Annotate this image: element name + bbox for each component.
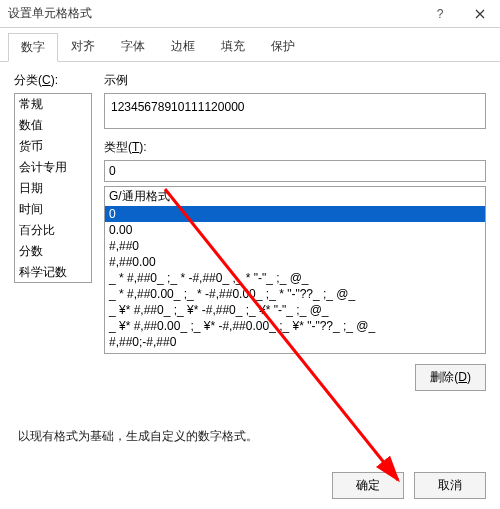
format-item[interactable]: G/通用格式 (105, 187, 485, 206)
format-item[interactable]: #,##0 (105, 238, 485, 254)
type-input[interactable] (104, 160, 486, 182)
category-panel: 分类(C): 常规 数值 货币 会计专用 日期 时间 百分比 分数 科学记数 文… (14, 72, 92, 422)
sample-value: 12345678910111120000 (111, 100, 244, 114)
category-label: 分类(C): (14, 72, 92, 89)
tab-fill[interactable]: 填充 (208, 32, 258, 61)
category-item[interactable]: 常规 (15, 94, 91, 115)
tab-align[interactable]: 对齐 (58, 32, 108, 61)
category-item[interactable]: 货币 (15, 136, 91, 157)
sample-label: 示例 (104, 72, 486, 89)
format-list[interactable]: G/通用格式 0 0.00 #,##0 #,##0.00 _ * #,##0_ … (104, 186, 486, 354)
window-buttons: ? (420, 0, 500, 28)
category-item[interactable]: 百分比 (15, 220, 91, 241)
format-item[interactable]: #,##0.00 (105, 254, 485, 270)
close-icon (475, 9, 485, 19)
category-item[interactable]: 科学记数 (15, 262, 91, 283)
format-item[interactable]: #,##0;[红色]-#,##0 (105, 350, 485, 354)
format-item[interactable]: 0.00 (105, 222, 485, 238)
tab-protect[interactable]: 保护 (258, 32, 308, 61)
format-item[interactable]: #,##0;-#,##0 (105, 334, 485, 350)
cancel-button[interactable]: 取消 (414, 472, 486, 499)
settings-panel: 示例 12345678910111120000 类型(T): G/通用格式 0 … (104, 72, 486, 422)
footer-buttons: 确定 取消 (332, 472, 486, 499)
format-item[interactable]: _ * #,##0.00_ ;_ * -#,##0.00_ ;_ * "-"??… (105, 286, 485, 302)
category-list[interactable]: 常规 数值 货币 会计专用 日期 时间 百分比 分数 科学记数 文本 特殊 自定… (14, 93, 92, 283)
delete-row: 删除(D) (104, 364, 486, 391)
sample-box: 12345678910111120000 (104, 93, 486, 129)
hint-text: 以现有格式为基础，生成自定义的数字格式。 (18, 428, 258, 445)
dialog-body: 分类(C): 常规 数值 货币 会计专用 日期 时间 百分比 分数 科学记数 文… (0, 62, 500, 432)
tab-number[interactable]: 数字 (8, 33, 58, 62)
ok-button[interactable]: 确定 (332, 472, 404, 499)
tabs: 数字 对齐 字体 边框 填充 保护 (0, 28, 500, 62)
format-item[interactable]: _ ¥* #,##0.00_ ;_ ¥* -#,##0.00_ ;_ ¥* "-… (105, 318, 485, 334)
category-item[interactable]: 数值 (15, 115, 91, 136)
close-button[interactable] (460, 0, 500, 28)
category-item[interactable]: 会计专用 (15, 157, 91, 178)
window-title: 设置单元格格式 (8, 5, 420, 22)
tab-font[interactable]: 字体 (108, 32, 158, 61)
format-item[interactable]: _ * #,##0_ ;_ * -#,##0_ ;_ * "-"_ ;_ @_ (105, 270, 485, 286)
format-item[interactable]: _ ¥* #,##0_ ;_ ¥* -#,##0_ ;_ ¥* "-"_ ;_ … (105, 302, 485, 318)
delete-button[interactable]: 删除(D) (415, 364, 486, 391)
category-item[interactable]: 时间 (15, 199, 91, 220)
titlebar: 设置单元格格式 ? (0, 0, 500, 28)
format-item-selected[interactable]: 0 (105, 206, 485, 222)
category-item[interactable]: 日期 (15, 178, 91, 199)
type-label: 类型(T): (104, 139, 486, 156)
help-button[interactable]: ? (420, 0, 460, 28)
tab-border[interactable]: 边框 (158, 32, 208, 61)
category-item[interactable]: 分数 (15, 241, 91, 262)
